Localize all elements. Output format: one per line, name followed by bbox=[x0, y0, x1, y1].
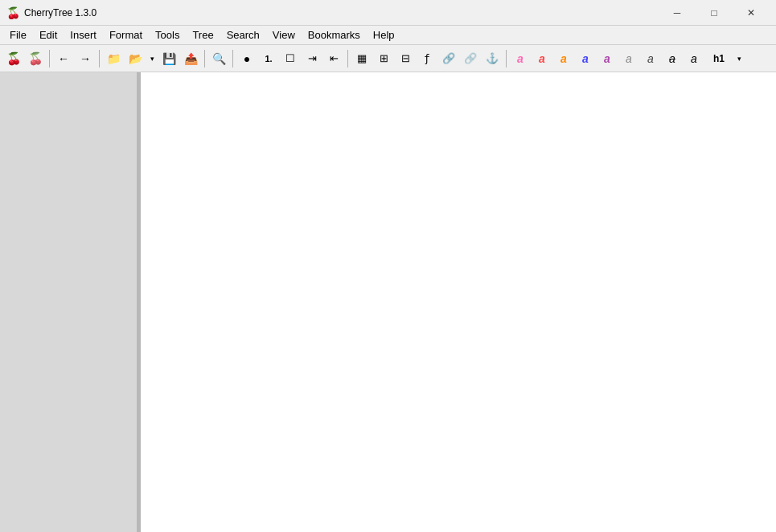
fmt-purple-button[interactable]: a bbox=[597, 48, 618, 69]
window-controls: ─ □ ✕ bbox=[659, 0, 770, 26]
forward-icon: → bbox=[80, 52, 91, 65]
separator-3 bbox=[204, 50, 205, 68]
app-title: CherryTree 1.3.0 bbox=[24, 7, 659, 18]
menu-search[interactable]: Search bbox=[220, 27, 266, 44]
table-col-del-button[interactable]: ⊟ bbox=[395, 48, 416, 69]
fmt-red-button[interactable]: a bbox=[532, 48, 552, 69]
separator-4 bbox=[232, 50, 233, 68]
table-insert-button[interactable]: ▦ bbox=[351, 48, 372, 69]
fmt-subscript-button[interactable]: a bbox=[684, 48, 704, 69]
menu-insert[interactable]: Insert bbox=[64, 27, 103, 44]
fmt-gray-icon: a bbox=[626, 52, 632, 65]
table-icon: ▦ bbox=[357, 52, 367, 64]
indent-button[interactable]: ⇥ bbox=[302, 48, 322, 69]
node-add-icon: 🍒 bbox=[6, 52, 22, 64]
go-back-button[interactable]: ← bbox=[53, 48, 74, 69]
minimize-button[interactable]: ─ bbox=[659, 0, 696, 26]
fmt-red-icon: a bbox=[539, 52, 545, 65]
fmt-blue-icon: a bbox=[582, 52, 589, 65]
separator-2 bbox=[99, 50, 100, 68]
num-list-button[interactable]: 1. bbox=[258, 48, 279, 69]
export-icon: 📤 bbox=[184, 52, 198, 65]
heading-dropdown-button[interactable]: ▾ bbox=[733, 48, 745, 69]
codebox-button[interactable]: ƒ bbox=[417, 48, 437, 69]
outdent-button[interactable]: ⇤ bbox=[323, 48, 344, 69]
close-button[interactable]: ✕ bbox=[733, 0, 770, 26]
separator-5 bbox=[347, 50, 348, 68]
save-icon: 💾 bbox=[162, 52, 176, 65]
go-forward-button[interactable]: → bbox=[75, 48, 96, 69]
menu-tree[interactable]: Tree bbox=[186, 27, 220, 44]
heading-button[interactable]: h1 bbox=[705, 48, 733, 69]
open-folder-button[interactable]: 📁 bbox=[103, 48, 124, 69]
table-col-add-button[interactable]: ⊞ bbox=[373, 48, 394, 69]
export-button[interactable]: 📤 bbox=[180, 48, 201, 69]
menu-bar: File Edit Insert Format Tools Tree Searc… bbox=[0, 26, 776, 45]
fmt-gray-button[interactable]: a bbox=[618, 48, 639, 69]
fmt-orange-button[interactable]: a bbox=[553, 48, 574, 69]
heading-chevron-icon: ▾ bbox=[737, 55, 741, 63]
col-del-icon: ⊟ bbox=[401, 52, 410, 64]
col-add-icon: ⊞ bbox=[380, 52, 388, 64]
node-sub-icon: 🍒 bbox=[28, 52, 43, 64]
main-content bbox=[0, 72, 776, 532]
menu-format[interactable]: Format bbox=[103, 27, 149, 44]
search-icon: 🔍 bbox=[212, 52, 226, 65]
bullet-list-button[interactable]: ● bbox=[236, 48, 257, 69]
unlink-button[interactable]: 🔗 bbox=[460, 48, 481, 69]
outdent-icon: ⇤ bbox=[330, 52, 339, 64]
indent-icon: ⇥ bbox=[308, 52, 317, 64]
find-button[interactable]: 🔍 bbox=[208, 48, 229, 69]
separator-6 bbox=[506, 50, 507, 68]
fmt-subscript-icon: a bbox=[691, 52, 697, 65]
fmt-pink-button[interactable]: a bbox=[510, 48, 531, 69]
link-button[interactable]: 🔗 bbox=[438, 48, 459, 69]
menu-file[interactable]: File bbox=[3, 27, 33, 44]
save-button[interactable]: 💾 bbox=[158, 48, 179, 69]
fmt-orange-icon: a bbox=[560, 52, 567, 65]
sidebar-resizer[interactable] bbox=[137, 72, 140, 532]
separator-1 bbox=[49, 50, 50, 68]
num-list-icon: 1. bbox=[265, 54, 272, 63]
fmt-purple-icon: a bbox=[604, 52, 610, 65]
title-bar: 🍒 CherryTree 1.3.0 ─ □ ✕ bbox=[0, 0, 776, 26]
app-icon: 🍒 bbox=[6, 6, 19, 19]
anchor-button[interactable]: ⚓ bbox=[482, 48, 503, 69]
codebox-icon: ƒ bbox=[424, 52, 430, 64]
checkbox-button[interactable]: ☐ bbox=[280, 48, 301, 69]
menu-help[interactable]: Help bbox=[367, 27, 401, 44]
heading-label: h1 bbox=[713, 53, 725, 64]
menu-bookmarks[interactable]: Bookmarks bbox=[302, 27, 367, 44]
fmt-pink-icon: a bbox=[517, 52, 523, 65]
chevron-down-icon: ▾ bbox=[150, 55, 154, 63]
bullet-icon: ● bbox=[244, 52, 250, 65]
node-sub-button[interactable]: 🍒 bbox=[25, 48, 46, 69]
fmt-dark-button[interactable]: a bbox=[640, 48, 661, 69]
node-add-button[interactable]: 🍒 bbox=[3, 48, 24, 69]
fmt-strike-icon: a bbox=[669, 52, 675, 65]
fmt-blue-button[interactable]: a bbox=[575, 48, 596, 69]
anchor-icon: ⚓ bbox=[486, 52, 499, 64]
menu-tools[interactable]: Tools bbox=[149, 27, 186, 44]
menu-edit[interactable]: Edit bbox=[33, 27, 64, 44]
tree-panel bbox=[0, 72, 141, 532]
folder-closed-icon: 📁 bbox=[107, 52, 121, 65]
open-file-button[interactable]: 📂 bbox=[125, 48, 146, 69]
back-icon: ← bbox=[58, 52, 69, 65]
menu-view[interactable]: View bbox=[266, 27, 302, 44]
open-dropdown-button[interactable]: ▾ bbox=[146, 48, 158, 69]
maximize-button[interactable]: □ bbox=[696, 0, 733, 26]
unlink-icon: 🔗 bbox=[464, 52, 477, 64]
editor-area bbox=[141, 72, 776, 532]
toolbar: 🍒 🍒 ← → 📁 📂 ▾ 💾 📤 🔍 ● 1. ☐ ⇥ bbox=[0, 45, 776, 72]
folder-open-icon: 📂 bbox=[129, 52, 142, 65]
checkbox-icon: ☐ bbox=[285, 52, 295, 64]
link-icon: 🔗 bbox=[442, 52, 455, 64]
editor-content[interactable] bbox=[141, 72, 776, 532]
fmt-dark-icon: a bbox=[647, 52, 654, 65]
fmt-strike-button[interactable]: a bbox=[662, 48, 683, 69]
